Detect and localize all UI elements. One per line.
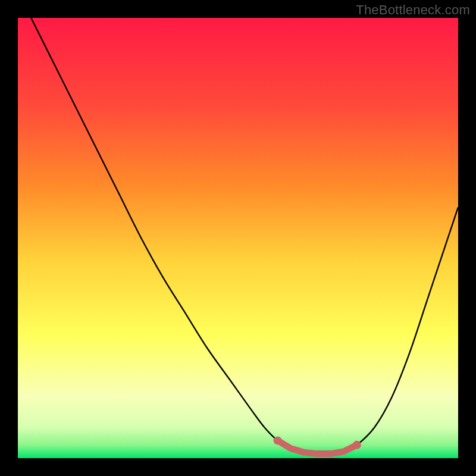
plot-svg [18,18,458,458]
optimal-range-start-dot [274,436,282,444]
optimal-range-end-dot [353,441,361,449]
chart-frame: TheBottleneck.com [0,0,476,476]
watermark-text: TheBottleneck.com [356,2,470,18]
plot-area [18,18,458,458]
